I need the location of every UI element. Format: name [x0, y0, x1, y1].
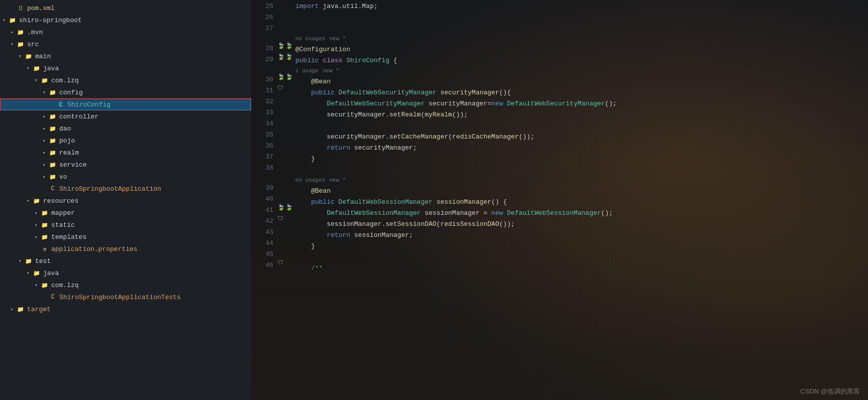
java-label: java	[43, 65, 59, 72]
class-icon: C	[56, 100, 65, 108]
meta-28: no usages new *	[295, 34, 868, 43]
code-text: ());	[499, 219, 515, 230]
tree-item-vo[interactable]: 📁 vo	[0, 171, 251, 183]
dao-label: dao	[59, 125, 71, 132]
code-text	[295, 143, 327, 154]
arrow-down-icon	[0, 16, 8, 24]
line-numbers: 25 26 27 · 28 29 · 30 31 32 33 34 35 36 …	[251, 0, 277, 400]
arrow-right-icon	[40, 161, 48, 169]
no-arrow-icon	[8, 4, 16, 12]
tree-item-dao[interactable]: 📁 dao	[0, 122, 251, 135]
method-name: setRealm	[389, 109, 420, 120]
folder-icon: 📁	[48, 149, 57, 157]
leaf-icon: 🍃	[285, 42, 293, 50]
arrow-down-icon	[24, 269, 32, 277]
leaf-icon: 🍃	[285, 204, 293, 211]
code-text	[295, 208, 327, 219]
tree-item-test-java[interactable]: 📁 java	[0, 267, 251, 279]
tree-item-test-com-lzq[interactable]: 📁 com.lzq	[0, 279, 251, 291]
tree-item-main[interactable]: 📁 main	[0, 50, 251, 62]
folder-icon: 📁	[48, 137, 57, 145]
code-line-41: DefaultWebSessionManager sessionManager …	[295, 208, 868, 219]
gutter-icons-39: 🍃 🍃	[277, 204, 293, 211]
keyword: public	[311, 87, 339, 98]
no-arrow-icon	[48, 100, 56, 108]
folder-icon: 📁	[32, 64, 41, 72]
tree-item-app-tests[interactable]: C ShiroSpringbootApplicationTests	[0, 291, 251, 303]
tree-item-app-properties[interactable]: ⚙ application.properties	[0, 243, 251, 255]
arrow-right-icon	[32, 221, 40, 229]
tree-item-test[interactable]: 📁 test	[0, 255, 251, 267]
folder-icon: 📁	[40, 233, 49, 241]
code-line-25: import java.util.Map;	[295, 1, 868, 12]
comment-text: /**	[295, 263, 323, 274]
code-text: ();	[601, 208, 613, 219]
tree-item-resources[interactable]: 📁 resources	[0, 195, 251, 207]
code-line-33: securityManager.setRealm(myRealm());	[295, 109, 868, 120]
test-label: test	[35, 257, 51, 265]
tree-item-static[interactable]: 📁 static	[0, 219, 251, 231]
code-content: import java.util.Map; no usages new * @C…	[291, 0, 868, 400]
code-text: ());	[519, 131, 534, 143]
tree-item-service[interactable]: 📁 service	[0, 159, 251, 171]
project-tree: 🗋 pom.xml 📁 shiro-springboot 📁 .mvn 📁 sr…	[0, 0, 251, 317]
code-text: (	[421, 109, 425, 120]
code-line-40: public DefaultWebSessionManager sessionM…	[295, 197, 868, 208]
folder-icon: 📁	[24, 257, 33, 265]
tree-item-realm[interactable]: 📁 realm	[0, 147, 251, 159]
tree-item-shiroconfig[interactable]: C ShiroConfig	[0, 98, 251, 110]
code-text: () {	[491, 197, 507, 208]
file-tree[interactable]: 🗋 pom.xml 📁 shiro-springboot 📁 .mvn 📁 sr…	[0, 0, 251, 400]
test-class-icon: C	[48, 293, 57, 301]
type-name: DefaultWebSessionManager	[327, 208, 424, 219]
tree-item-pojo[interactable]: 📁 pojo	[0, 135, 251, 147]
code-text: (	[437, 219, 441, 230]
folder-icon: 📁	[48, 124, 57, 132]
service-label: service	[59, 161, 87, 169]
arrow-down-icon	[32, 76, 40, 84]
method-name: securityManager	[441, 87, 499, 98]
meta-39: no usages new *	[295, 176, 868, 185]
code-text	[295, 76, 311, 87]
tree-item-java[interactable]: 📁 java	[0, 62, 251, 74]
tree-item-app[interactable]: C ShiroSpringbootApplication	[0, 183, 251, 195]
tree-item-mapper[interactable]: 📁 mapper	[0, 207, 251, 219]
arrow-down-icon	[16, 52, 24, 60]
folder-icon: 📁	[32, 197, 41, 205]
main-label: main	[35, 53, 51, 60]
code-text: {	[393, 55, 397, 66]
code-editor: 25 26 27 · 28 29 · 30 31 32 33 34 35 36 …	[251, 0, 868, 400]
code-line-45	[295, 252, 868, 263]
folder-icon: 📁	[40, 281, 49, 289]
code-text: securityManager=	[428, 98, 491, 109]
code-line-38	[295, 165, 868, 176]
tree-item-src[interactable]: 📁 src	[0, 38, 251, 50]
tree-item-controller[interactable]: 📁 controller	[0, 110, 251, 122]
code-line-35: securityManager.setCacheManager(redisCac…	[295, 131, 868, 143]
leaf-icon: 🍃	[277, 53, 285, 61]
code-text: sessionManager =	[424, 208, 491, 219]
com-lzq-label: com.lzq	[51, 77, 79, 84]
leaf-icon: 🍃	[285, 53, 293, 61]
tree-item-com-lzq[interactable]: 📁 com.lzq	[0, 74, 251, 86]
resources-label: resources	[43, 197, 78, 205]
method-name: sessionManager	[437, 197, 491, 208]
code-text: java.util.Map;	[323, 1, 378, 12]
leaf-icon: 🍃	[277, 204, 285, 211]
code-line-32: DefaultWebSecurityManager securityManage…	[295, 98, 868, 109]
meta-30: 1 usage new *	[295, 66, 868, 75]
code-text: ();	[605, 98, 616, 109]
tree-item-pom[interactable]: 🗋 pom.xml	[0, 2, 251, 14]
leaf-icon: 🍃	[277, 42, 285, 50]
vo-label: vo	[59, 173, 67, 181]
tree-item-shiro-springboot[interactable]: 📁 shiro-springboot	[0, 14, 251, 26]
tree-item-templates[interactable]: 📁 templates	[0, 231, 251, 243]
code-line-46: /**	[295, 263, 868, 274]
code-line-39: @Bean	[295, 186, 868, 197]
tree-item-config[interactable]: 📁 config	[0, 86, 251, 98]
keyword: new	[491, 98, 507, 109]
tree-item-target[interactable]: 📁 target	[0, 303, 251, 315]
test-com-lzq-label: com.lzq	[51, 282, 79, 289]
type-name: DefaultWebSecurityManager	[507, 98, 605, 109]
tree-item-mvn[interactable]: 📁 .mvn	[0, 26, 251, 38]
